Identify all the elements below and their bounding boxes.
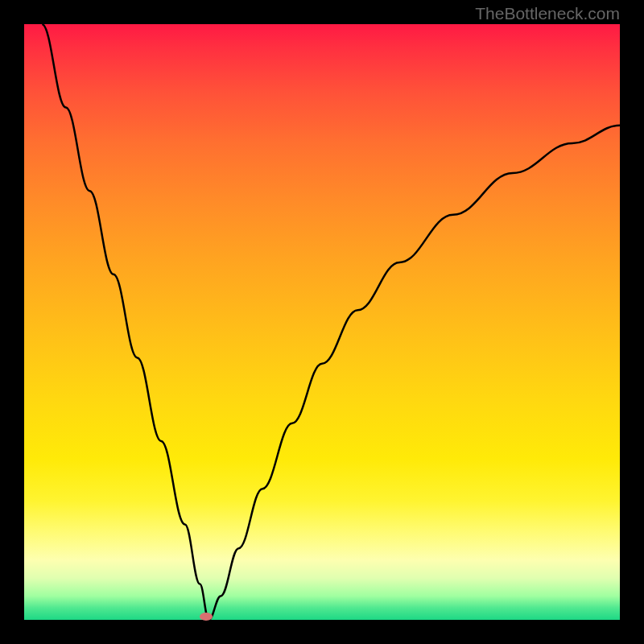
bottleneck-curve <box>24 24 620 620</box>
optimal-point-marker <box>200 613 213 621</box>
chart-plot-area <box>24 24 620 620</box>
watermark-text: TheBottleneck.com <box>475 4 620 23</box>
